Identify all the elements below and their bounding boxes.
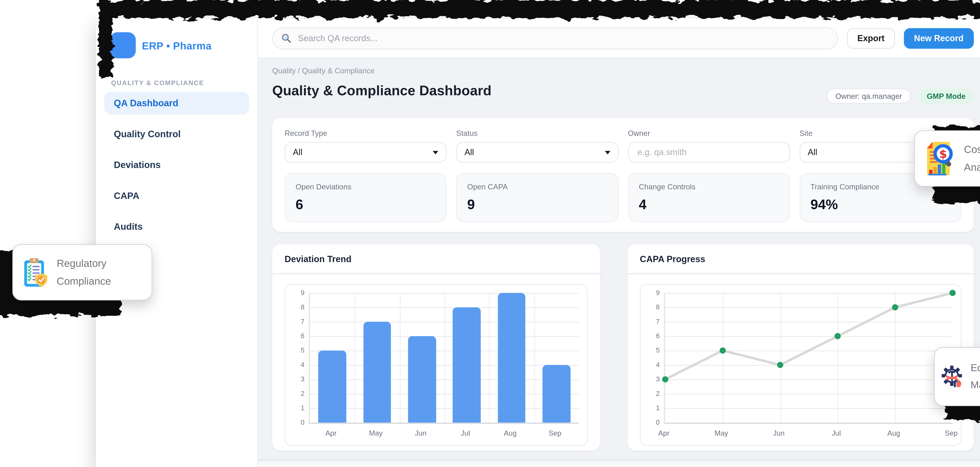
owner-badge: Owner: qa.manager [827,88,911,104]
kpi-value: 6 [296,197,436,212]
kpi-open-deviations: Open Deviations 6 [285,173,447,222]
next-section-peek [258,461,980,467]
app-window: ERP • Pharma QUALITY & COMPLIANCE QA Das… [96,18,980,467]
kpi-label: Open Deviations [296,183,436,191]
deviation-trend-chart: 0123456789 AprMayJunJulAugSep [285,284,588,446]
kpi-change-controls: Change Controls 4 [628,173,790,222]
kpi-value: 4 [639,197,779,212]
chevron-down-icon [433,151,439,154]
content-area: Quality / Quality & Compliance Quality &… [258,58,980,467]
export-button[interactable]: Export [847,28,895,48]
topbar: Export New Record [258,18,980,58]
equipment-maintenance-sticker: Equipment Maintenance [934,347,980,406]
deviation-trend-xaxis: AprMayJunJulAugSep [309,426,579,441]
page-title: Quality & Compliance Dashboard [272,83,492,99]
filter-record-type: Record Type All [285,129,447,163]
chevron-down-icon [605,151,610,154]
kpi-label: Change Controls [639,183,779,191]
sidebar-item-quality-control[interactable]: Quality Control [104,123,249,145]
section-divider [258,459,980,461]
chart-title: Deviation Trend [272,244,600,274]
new-record-button[interactable]: New Record [904,28,974,48]
screenshot-stage: ERP • Pharma QUALITY & COMPLIANCE QA Das… [0,0,980,467]
torn-shadow-top [102,0,980,18]
owner-input[interactable] [636,147,782,158]
kpi-row: Open Deviations 6 Open CAPA 9 Change Con… [285,173,962,222]
capa-progress-chart: 0123456789 AprMayJunJulAugSep [640,284,962,446]
kpi-open-capa: Open CAPA 9 [456,173,618,222]
status-value: All [465,147,474,157]
main-column: Export New Record Quality / Quality & Co… [258,18,980,467]
gear-tools-icon [942,358,964,395]
search-input[interactable] [296,33,829,43]
app-logo-icon [110,32,136,58]
record-type-select[interactable]: All [285,142,447,163]
sidebar-item-audits[interactable]: Audits [104,215,249,238]
filter-label: Record Type [285,129,447,137]
site-value: All [808,147,817,157]
record-type-value: All [293,147,302,157]
capa-progress-xaxis: AprMayJunJulAugSep [664,426,953,441]
cost-document-magnifier-icon: $ [924,140,955,177]
sticker-label: Regulatory Compliance [57,254,142,290]
sticker-label: Cost Analysis [964,140,980,177]
filter-owner: Owner [628,129,790,163]
filter-label: Owner [628,129,790,137]
filter-label: Status [456,129,618,137]
deviation-trend-card: Deviation Trend 0123456789 AprMayJunJulA… [272,244,600,451]
status-select[interactable]: All [456,142,618,163]
search-bar[interactable] [272,27,838,49]
owner-input-field[interactable] [628,142,790,163]
capa-progress-card: CAPA Progress 0123456789 AprMayJunJulAug… [628,244,974,451]
regulatory-compliance-sticker: Regulatory Compliance [12,244,152,301]
kpi-value: 94% [810,197,951,212]
brand-name: ERP • Pharma [142,40,212,51]
brand: ERP • Pharma [104,28,249,58]
clipboard-checklist-icon [22,253,48,292]
cost-analysis-sticker: $ Cost Analysis [914,131,980,186]
sidebar-section-label: QUALITY & COMPLIANCE [111,79,249,86]
sidebar-item-capa[interactable]: CAPA [104,185,249,207]
sidebar-item-deviations[interactable]: Deviations [104,154,249,176]
search-icon [281,33,291,43]
header-badges: Owner: qa.manager GMP Mode [827,88,974,104]
filter-status: Status All [456,129,618,163]
sidebar-item-qa-dashboard[interactable]: QA Dashboard [104,92,249,115]
sidebar: ERP • Pharma QUALITY & COMPLIANCE QA Das… [96,18,258,467]
breadcrumb: Quality / Quality & Compliance [272,67,375,75]
kpi-value: 9 [467,197,608,212]
sticker-label: Equipment Maintenance [970,359,980,394]
filter-row: Record Type All Status All [285,129,962,163]
gmp-mode-badge: GMP Mode [918,88,974,104]
capa-progress-plot: 0123456789 [664,293,953,424]
kpi-label: Open CAPA [467,183,608,191]
filters-kpi-panel: Record Type All Status All [272,118,974,232]
deviation-trend-plot: 0123456789 [309,293,579,424]
chart-title: CAPA Progress [628,244,974,274]
svg-text:$: $ [939,147,947,161]
